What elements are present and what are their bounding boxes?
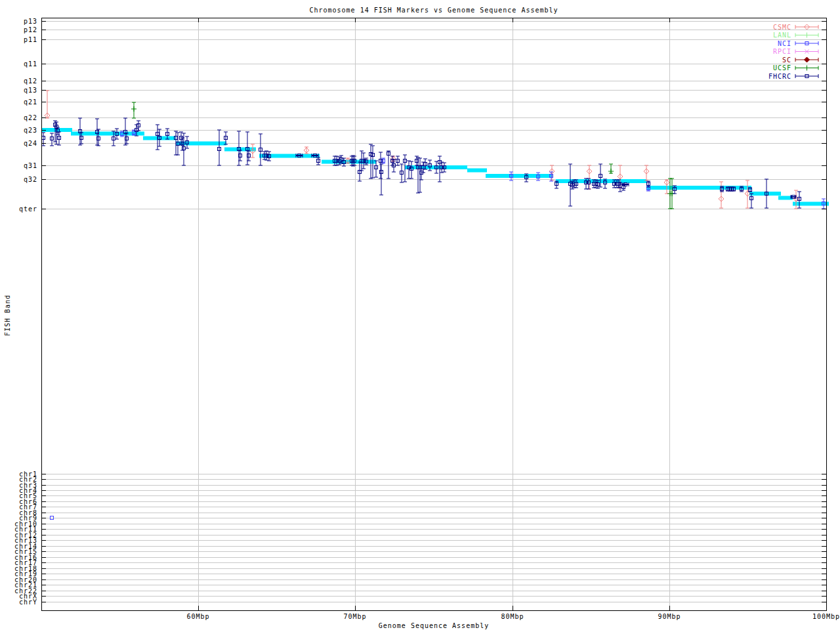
series-FHCRC: [41, 118, 801, 208]
legend-item-FHCRC: FHCRC: [768, 73, 818, 80]
band-tick-label: q13: [24, 87, 37, 94]
legend-item-UCSF: UCSF: [773, 64, 818, 72]
x-tick-label: 80Mbp: [501, 613, 524, 620]
x-tick-label: 60Mbp: [186, 613, 209, 620]
legend-item-RPCI: RPCI: [773, 48, 818, 55]
band-tick-label: qter: [19, 205, 37, 213]
band-tick-label: p13: [24, 18, 37, 25]
y-axis-label: FISH Band: [4, 295, 11, 336]
x-tick-label: 100Mbp: [812, 613, 840, 620]
legend-item-LANL: LANL: [773, 32, 818, 39]
legend-label: SC: [782, 56, 791, 64]
fish-marker-plot: 60Mbp70Mbp80Mbp90Mbp100Mbpp13p12p11q11q1…: [0, 0, 840, 630]
band-tick-label: p11: [24, 36, 37, 43]
legend-label: FHCRC: [768, 73, 791, 80]
legend-label: LANL: [773, 32, 791, 39]
chart-title: Chromosome 14 FISH Markers vs Genome Seq…: [41, 7, 826, 14]
band-tick-label: q23: [24, 127, 37, 134]
band-tick-label: q22: [24, 114, 37, 121]
legend-label: UCSF: [773, 64, 791, 72]
data-series: [41, 91, 826, 520]
x-axis-label: Genome Sequence Assembly: [41, 622, 826, 629]
band-tick-label: q12: [24, 77, 37, 85]
legend-label: NCI: [778, 40, 791, 47]
band-tick-label: q31: [24, 162, 37, 169]
legend-item-SC: SC: [782, 56, 818, 64]
legend-item-NCI: NCI: [778, 40, 818, 47]
plot-frame: [41, 18, 826, 610]
x-tick-label: 90Mbp: [658, 613, 681, 620]
chart-canvas: 60Mbp70Mbp80Mbp90Mbp100Mbpp13p12p11q11q1…: [0, 0, 840, 630]
legend-label: CSMC: [773, 24, 791, 31]
series-UCSF: [131, 102, 675, 209]
band-tick-label: q21: [24, 98, 37, 106]
band-tick-label: p12: [24, 26, 37, 33]
band-tick-label: q11: [24, 60, 37, 68]
x-tick-label: 70Mbp: [343, 613, 366, 620]
legend: CSMCLANLNCIRPCISCUCSFFHCRC: [768, 24, 818, 80]
gridlines: [41, 18, 826, 610]
band-tick-label: q24: [24, 140, 37, 147]
chrom-tick-label: chrY: [19, 598, 37, 606]
legend-label: RPCI: [773, 48, 791, 55]
band-tick-label: q32: [24, 176, 37, 183]
